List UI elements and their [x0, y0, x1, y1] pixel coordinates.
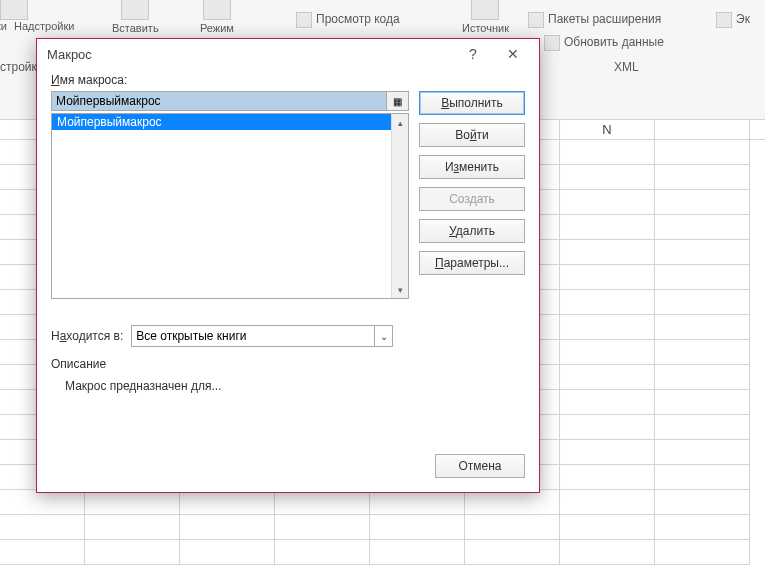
cell[interactable] [370, 490, 465, 515]
ribbon-label: Вставить [112, 22, 159, 34]
macro-name-label: Имя макроса: [51, 73, 525, 87]
cell[interactable] [560, 465, 655, 490]
step-into-button[interactable]: Войти [419, 123, 525, 147]
cell[interactable] [275, 540, 370, 565]
cell[interactable] [655, 215, 750, 240]
description-text: Макрос предназначен для... [65, 379, 525, 393]
delete-button[interactable]: Удалить [419, 219, 525, 243]
cell[interactable] [560, 315, 655, 340]
cell[interactable] [560, 290, 655, 315]
cell[interactable] [655, 365, 750, 390]
ribbon-label: Источник [462, 22, 509, 34]
ribbon-pakety[interactable]: Пакеты расширения [528, 12, 661, 28]
chevron-down-icon: ⌄ [374, 326, 388, 346]
cell[interactable] [655, 540, 750, 565]
cell[interactable] [560, 415, 655, 440]
cell[interactable] [560, 265, 655, 290]
close-icon: ✕ [507, 46, 519, 62]
cell[interactable] [655, 265, 750, 290]
ribbon-ek[interactable]: Эк [716, 12, 750, 28]
scroll-down-icon[interactable]: ▾ [392, 281, 408, 298]
addins-icon [0, 0, 28, 20]
ribbon-label: Режим [200, 22, 234, 34]
ribbon-istochnik[interactable]: Источник [462, 0, 509, 34]
export-icon [716, 12, 732, 28]
cell[interactable] [560, 490, 655, 515]
cell[interactable] [560, 515, 655, 540]
help-button[interactable]: ? [453, 40, 493, 68]
cell[interactable] [465, 515, 560, 540]
scrollbar[interactable]: ▴ ▾ [391, 114, 408, 298]
cell[interactable] [655, 165, 750, 190]
macro-listbox[interactable]: Мойпервыймакрос ▴ ▾ [51, 113, 409, 299]
expansion-packs-icon [528, 12, 544, 28]
cell[interactable] [275, 490, 370, 515]
cell[interactable] [560, 340, 655, 365]
dialog-title: Макрос [47, 47, 453, 62]
cell[interactable] [85, 540, 180, 565]
cell[interactable] [180, 540, 275, 565]
location-label: Находится в: [51, 329, 123, 343]
cell[interactable] [560, 390, 655, 415]
options-button[interactable]: Параметры... [419, 251, 525, 275]
ribbon-group-xml: XML [614, 60, 639, 74]
cell[interactable] [560, 190, 655, 215]
cell[interactable] [655, 140, 750, 165]
range-picker-icon: ▦ [393, 96, 402, 107]
column-header[interactable] [655, 120, 750, 139]
view-code-icon [296, 12, 312, 28]
cell[interactable] [370, 540, 465, 565]
close-button[interactable]: ✕ [493, 40, 533, 68]
cell[interactable] [275, 515, 370, 540]
ribbon-label: ки [0, 20, 7, 32]
cell[interactable] [560, 440, 655, 465]
create-button: Создать [419, 187, 525, 211]
cell[interactable] [560, 240, 655, 265]
source-icon [471, 0, 499, 20]
cell[interactable] [85, 515, 180, 540]
cell[interactable] [465, 540, 560, 565]
cell[interactable] [655, 290, 750, 315]
list-item[interactable]: Мойпервыймакрос [52, 114, 408, 130]
cell[interactable] [0, 490, 85, 515]
run-button[interactable]: Выполнить [419, 91, 525, 115]
cell[interactable] [655, 240, 750, 265]
cell[interactable] [655, 340, 750, 365]
cell[interactable] [655, 390, 750, 415]
cell[interactable] [655, 315, 750, 340]
mode-icon [203, 0, 231, 20]
cell[interactable] [560, 215, 655, 240]
edit-button[interactable]: Изменить [419, 155, 525, 179]
macro-dialog: Макрос ? ✕ Имя макроса: ▦ Мойпервыймакро… [36, 38, 540, 493]
cell[interactable] [180, 515, 275, 540]
cell[interactable] [465, 490, 560, 515]
cell[interactable] [560, 165, 655, 190]
cell[interactable] [560, 540, 655, 565]
cell[interactable] [85, 490, 180, 515]
cell[interactable] [655, 465, 750, 490]
cancel-button[interactable]: Отмена [435, 454, 525, 478]
cell[interactable] [180, 490, 275, 515]
cell[interactable] [560, 140, 655, 165]
cell[interactable] [560, 365, 655, 390]
scroll-up-icon[interactable]: ▴ [392, 114, 408, 131]
cell[interactable] [655, 440, 750, 465]
ribbon-nadstroyki[interactable]: ки Надстройки [0, 0, 28, 22]
ribbon-prosmotr-koda[interactable]: Просмотр кода [296, 12, 400, 28]
dialog-titlebar[interactable]: Макрос ? ✕ [37, 39, 539, 69]
cell[interactable] [655, 515, 750, 540]
location-select[interactable]: Все открытые книги ⌄ [131, 325, 393, 347]
ribbon-obnovit[interactable]: Обновить данные [544, 35, 664, 51]
ribbon-rezhim[interactable]: Режим [200, 0, 234, 34]
cell[interactable] [0, 515, 85, 540]
cell[interactable] [0, 540, 85, 565]
cell[interactable] [370, 515, 465, 540]
cell[interactable] [655, 415, 750, 440]
cell[interactable] [655, 490, 750, 515]
dialog-content: Имя макроса: ▦ Мойпервыймакрос ▴ ▾ Выпол… [37, 69, 539, 405]
ribbon-vstavit[interactable]: Вставить [112, 0, 159, 34]
range-picker-button[interactable]: ▦ [387, 91, 409, 111]
cell[interactable] [655, 190, 750, 215]
macro-name-input[interactable] [51, 91, 387, 111]
column-header[interactable]: N [560, 120, 655, 139]
